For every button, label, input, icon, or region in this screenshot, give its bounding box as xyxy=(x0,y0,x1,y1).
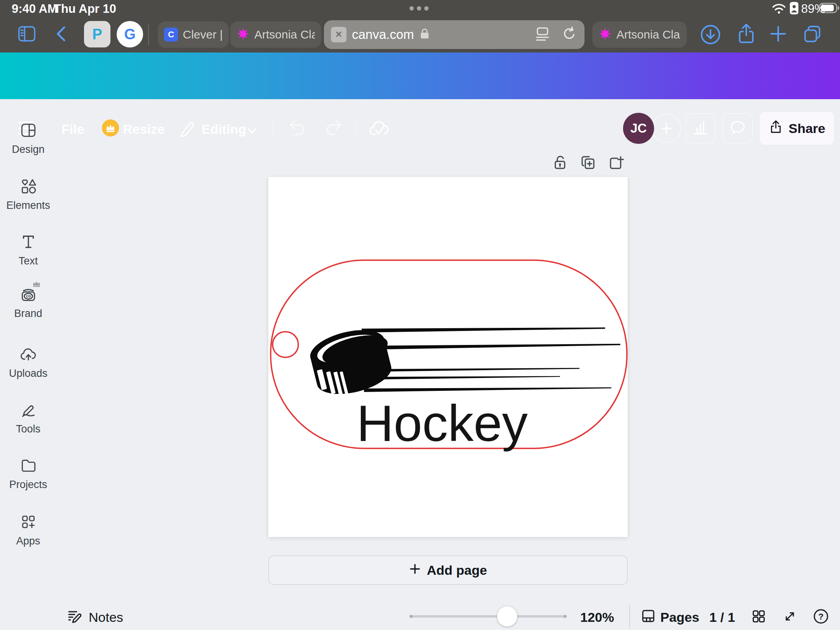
notes-icon[interactable] xyxy=(66,608,83,625)
projects-icon xyxy=(19,456,38,475)
battery-icon xyxy=(819,3,839,15)
artsonia-favicon xyxy=(236,27,250,42)
editing-mode-button[interactable]: Editing xyxy=(201,122,246,137)
export-icon xyxy=(768,119,783,137)
tab-clever[interactable]: C Clever | xyxy=(158,21,229,48)
tabs-overview-icon[interactable] xyxy=(802,23,824,45)
crown-badge-icon xyxy=(32,280,41,287)
focus-profile-icon xyxy=(789,2,799,16)
tab-label: Artsonia Cla xyxy=(254,28,315,41)
tab-artsonia-1[interactable]: Artsonia Cla xyxy=(230,21,321,48)
google-favorite[interactable]: G xyxy=(117,21,143,47)
apps-icon xyxy=(19,513,38,531)
pages-icon[interactable] xyxy=(640,608,657,625)
help-icon[interactable]: ? xyxy=(812,608,830,625)
share-button[interactable]: Share xyxy=(760,112,834,145)
google-icon: G xyxy=(124,26,136,43)
duplicate-page-icon[interactable] xyxy=(579,154,597,171)
powerschool-icon: P xyxy=(92,26,102,43)
sidebar-item-text[interactable]: Text xyxy=(0,233,56,267)
wifi-icon xyxy=(772,3,786,16)
add-page-button[interactable]: Add page xyxy=(268,555,628,585)
sidebar-item-elements[interactable]: Elements xyxy=(0,177,56,212)
design-text[interactable]: Hockey xyxy=(357,395,528,452)
tab-artsonia-2[interactable]: Artsonia Cla xyxy=(592,21,687,48)
insights-button[interactable] xyxy=(685,113,716,144)
sidebar-toggle-icon[interactable] xyxy=(16,23,37,44)
sidebar-item-apps[interactable]: Apps xyxy=(0,513,56,547)
share-icon[interactable] xyxy=(735,23,758,45)
clock: 9:40 AM xyxy=(12,2,58,16)
zoom-slider-max xyxy=(564,615,567,618)
canva-toolbar: File Resize Editing JC xyxy=(0,52,840,99)
uploads-icon xyxy=(19,345,38,364)
comment-icon xyxy=(729,119,747,138)
grid-view-icon[interactable] xyxy=(750,608,767,625)
zoom-slider[interactable] xyxy=(411,615,564,618)
add-page-icon[interactable] xyxy=(607,154,625,171)
hockey-tag-design: Hockey xyxy=(268,177,628,537)
svg-text:co: co xyxy=(26,294,30,298)
sidebar-item-uploads[interactable]: Uploads xyxy=(0,345,56,380)
design-page[interactable]: Hockey xyxy=(268,177,628,537)
avatar[interactable]: JC xyxy=(623,113,654,144)
toolbar-separator xyxy=(273,116,274,140)
powerschool-favorite[interactable]: P xyxy=(84,21,110,47)
zoom-slider-thumb[interactable] xyxy=(497,606,517,626)
chevron-down-icon[interactable] xyxy=(246,125,258,139)
toolbar-separator xyxy=(356,116,357,140)
resize-button[interactable]: Resize xyxy=(123,122,165,137)
generic-favicon: ✕ xyxy=(331,27,346,42)
footer-divider xyxy=(629,605,630,628)
bar-chart-icon xyxy=(691,119,709,138)
page-controls xyxy=(551,154,635,171)
lock-icon xyxy=(420,28,430,42)
sidebar-item-design[interactable]: Design xyxy=(0,121,56,156)
new-tab-icon[interactable] xyxy=(768,23,789,44)
zoom-slider-min xyxy=(410,615,413,618)
crown-pro-icon[interactable] xyxy=(102,119,119,138)
sidebar-item-brand[interactable]: co Brand xyxy=(0,285,56,320)
redo-icon[interactable] xyxy=(323,118,344,140)
date: Thu Apr 10 xyxy=(54,2,116,16)
pages-button[interactable]: Pages xyxy=(660,610,699,625)
tools-icon xyxy=(19,401,38,419)
ipad-screen: 9:40 AM Thu Apr 10 89% P G xyxy=(0,0,840,630)
toolbar-divider xyxy=(148,24,149,45)
url-text: canva.com xyxy=(352,27,414,42)
sidebar-item-projects[interactable]: Projects xyxy=(0,456,56,491)
file-button[interactable]: File xyxy=(61,122,84,137)
page-indicator: 1 / 1 xyxy=(709,610,735,625)
safari-chrome: 9:40 AM Thu Apr 10 89% P G xyxy=(0,0,840,52)
sidebar-item-tools[interactable]: Tools xyxy=(0,401,56,435)
plus-icon xyxy=(409,563,421,578)
fullscreen-icon[interactable] xyxy=(781,608,798,625)
address-bar[interactable]: ✕ canva.com xyxy=(324,20,584,49)
add-member-button[interactable] xyxy=(652,114,681,143)
reload-icon[interactable] xyxy=(561,26,578,44)
page-settings-icon[interactable] xyxy=(534,25,551,44)
share-label: Share xyxy=(789,121,826,136)
design-icon xyxy=(19,121,38,140)
artsonia-favicon xyxy=(598,27,612,42)
speed-lines xyxy=(362,327,620,392)
text-icon xyxy=(19,233,38,251)
notes-button[interactable]: Notes xyxy=(89,610,123,625)
add-page-label: Add page xyxy=(427,563,487,578)
clever-favicon: C xyxy=(164,28,178,42)
undo-icon[interactable] xyxy=(287,118,308,140)
zoom-percent[interactable]: 120% xyxy=(580,610,614,625)
svg-text:?: ? xyxy=(818,612,823,621)
elements-icon xyxy=(19,177,38,196)
tab-label: Artsonia Cla xyxy=(616,28,680,41)
tab-label: Clever | xyxy=(183,28,222,41)
comments-button[interactable] xyxy=(723,113,753,144)
download-icon[interactable] xyxy=(699,23,722,46)
editing-pencil-icon[interactable] xyxy=(178,119,197,139)
tag-hole xyxy=(273,332,298,357)
cloud-saved-icon xyxy=(368,117,390,141)
multitask-dots-icon[interactable] xyxy=(410,6,429,10)
brand-kit-icon: co xyxy=(19,285,38,304)
unlock-icon[interactable] xyxy=(551,154,569,171)
back-icon[interactable] xyxy=(52,24,72,44)
